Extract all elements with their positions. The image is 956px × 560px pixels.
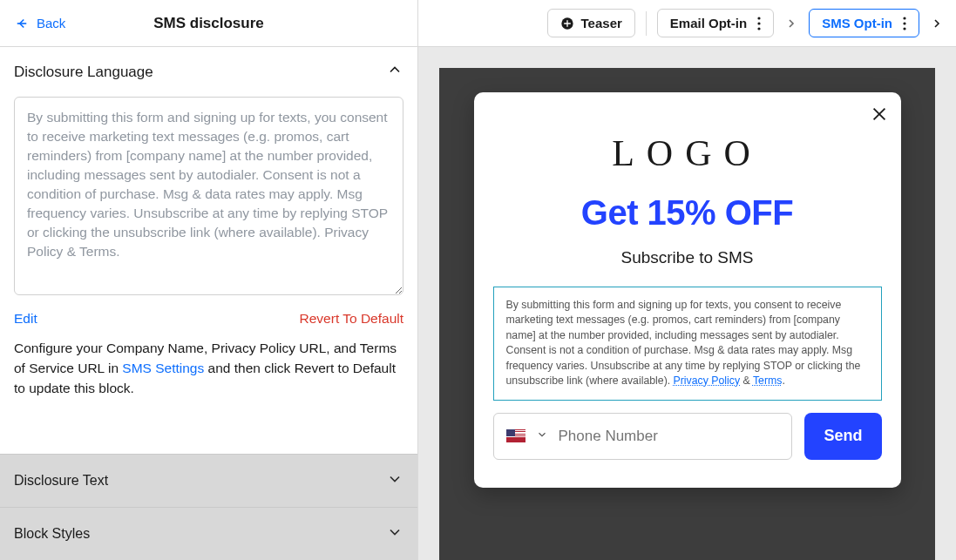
section-block-styles[interactable]: Block Styles <box>0 507 417 560</box>
phone-input-wrapper[interactable] <box>493 413 793 460</box>
section-label: Block Styles <box>14 526 90 542</box>
logo-text: LOGO <box>612 132 763 174</box>
sms-settings-link[interactable]: SMS Settings <box>122 361 204 375</box>
kebab-icon[interactable] <box>757 17 761 30</box>
section-disclosure-text[interactable]: Disclosure Text <box>0 454 417 507</box>
close-icon <box>870 105 889 124</box>
disclosure-textarea[interactable] <box>14 97 403 295</box>
svg-point-6 <box>903 27 905 30</box>
chevron-down-icon <box>386 470 403 491</box>
step-email-label: Email Opt-in <box>670 16 747 30</box>
back-button[interactable]: Back <box>14 16 65 31</box>
divider <box>646 11 647 36</box>
svg-point-1 <box>758 17 761 19</box>
step-sms-optin[interactable]: SMS Opt-in <box>809 9 919 37</box>
terms-link[interactable]: Terms <box>753 374 782 387</box>
top-bar: Back SMS disclosure Teaser Email Opt-in <box>0 0 956 47</box>
chevron-right-icon <box>784 17 798 30</box>
step-sms-label: SMS Opt-in <box>822 16 892 30</box>
svg-point-4 <box>903 17 905 19</box>
step-email-optin[interactable]: Email Opt-in <box>657 9 774 37</box>
section-label: Disclosure Text <box>14 473 108 489</box>
step-teaser[interactable]: Teaser <box>547 9 635 37</box>
help-text: Configure your Company Name, Privacy Pol… <box>14 339 403 399</box>
step-teaser-label: Teaser <box>581 16 622 30</box>
plus-circle-icon <box>560 17 574 30</box>
section-title: Disclosure Language <box>14 64 153 81</box>
preview-pane: LOGO Get 15% OFF Subscribe to SMS By sub… <box>418 47 956 560</box>
subheadline: Subscribe to SMS <box>620 248 753 267</box>
svg-point-3 <box>758 27 761 30</box>
revert-link[interactable]: Revert To Default <box>300 311 403 327</box>
svg-point-5 <box>903 22 905 24</box>
svg-point-2 <box>758 22 761 24</box>
headline: Get 15% OFF <box>581 193 793 233</box>
close-button[interactable] <box>870 105 889 127</box>
section-disclosure-language[interactable]: Disclosure Language <box>0 47 417 97</box>
flag-us-icon <box>506 429 525 442</box>
edit-link[interactable]: Edit <box>14 311 37 327</box>
phone-input[interactable] <box>559 428 780 445</box>
kebab-icon[interactable] <box>903 17 906 30</box>
settings-panel: Disclosure Language Edit Revert To Defau… <box>0 47 418 560</box>
popup-preview: LOGO Get 15% OFF Subscribe to SMS By sub… <box>474 92 901 488</box>
chevron-up-icon <box>386 61 403 83</box>
back-label: Back <box>37 16 65 30</box>
send-button[interactable]: Send <box>804 413 881 460</box>
arrow-left-icon <box>14 16 30 31</box>
disclosure-preview-box: By submitting this form and signing up f… <box>493 287 882 401</box>
preview-canvas: LOGO Get 15% OFF Subscribe to SMS By sub… <box>439 68 935 560</box>
chevron-down-icon <box>386 523 403 544</box>
chevron-down-icon[interactable] <box>536 428 548 444</box>
privacy-policy-link[interactable]: Privacy Policy <box>674 374 741 387</box>
chevron-right-icon[interactable] <box>930 17 944 30</box>
